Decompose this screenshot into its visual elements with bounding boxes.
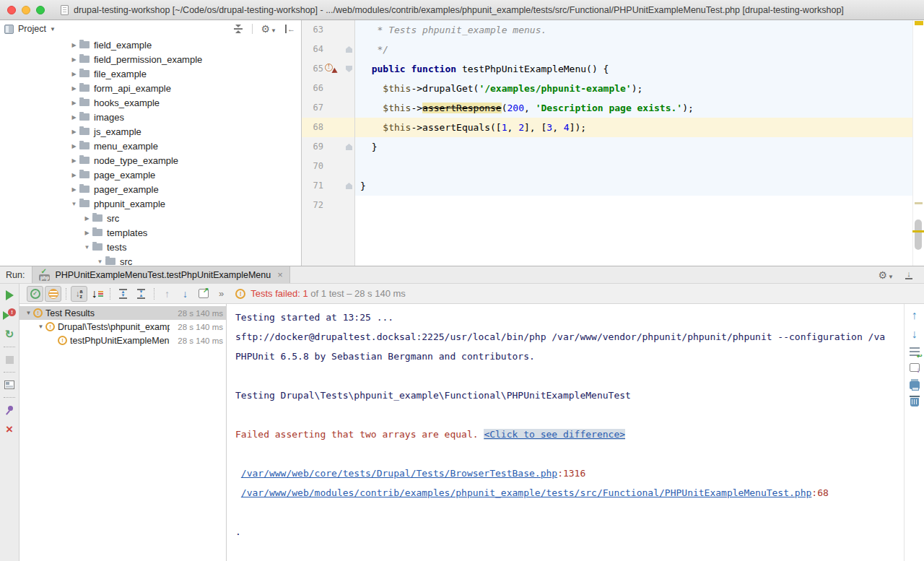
code-line[interactable]: 63 * Tests phpunit_example menus. xyxy=(302,20,924,40)
toggle-auto-test-button[interactable]: ↻ xyxy=(2,327,17,342)
code-line[interactable]: 69 } xyxy=(302,137,924,157)
chevron-collapsed-icon[interactable]: ▶ xyxy=(69,186,79,193)
chevron-collapsed-icon[interactable]: ▶ xyxy=(69,172,79,178)
code-text[interactable] xyxy=(355,196,924,215)
project-tree-item[interactable]: ▶hooks_example xyxy=(0,95,301,110)
project-tree-item[interactable]: ▶images xyxy=(0,110,301,124)
more-actions-chevron[interactable]: » xyxy=(219,288,224,299)
chevron-collapsed-icon[interactable]: ▶ xyxy=(69,85,79,92)
project-tree-item[interactable]: ▶node_type_example xyxy=(0,153,301,168)
project-tree-item[interactable]: ▼phpunit_example xyxy=(0,196,301,211)
dock-minimize-button[interactable]: ↓ xyxy=(905,270,912,279)
chevron-expanded-icon[interactable]: ▼ xyxy=(82,244,92,251)
code-text[interactable]: $this->assertResponse(200, 'Description … xyxy=(355,98,924,118)
sort-by-duration-toggle[interactable]: ↓ xyxy=(89,286,105,302)
code-line[interactable]: 72 xyxy=(302,196,924,215)
expand-all-button[interactable]: ▲▼ xyxy=(115,286,131,302)
project-tree-item[interactable]: ▼src xyxy=(0,254,301,266)
print-button[interactable] xyxy=(910,381,920,389)
fold-end-marker-icon[interactable] xyxy=(346,46,352,53)
chevron-expanded-icon[interactable]: ▼ xyxy=(36,323,45,330)
chevron-down-icon[interactable]: ▼ xyxy=(50,26,56,32)
rerun-failed-tests-button[interactable]: ! xyxy=(2,308,17,322)
next-occurrence-button[interactable]: ↓ xyxy=(177,286,193,302)
code-line[interactable]: 65! public function testPhpUnitExampleMe… xyxy=(302,59,924,79)
error-stripe-mark[interactable] xyxy=(915,21,923,25)
soft-wrap-toggle[interactable] xyxy=(910,347,920,356)
rerun-button[interactable] xyxy=(2,288,17,303)
console-link[interactable]: <Click to see difference> xyxy=(484,429,625,440)
chevron-collapsed-icon[interactable]: ▶ xyxy=(69,56,79,63)
restore-layout-button[interactable] xyxy=(2,378,17,392)
stop-button[interactable] xyxy=(2,352,17,367)
chevron-collapsed-icon[interactable]: ▶ xyxy=(69,129,79,135)
code-line[interactable]: 68 $this->assertEquals([1, 2], [3, 4]); xyxy=(302,118,924,137)
project-tree-item[interactable]: ▶menu_example xyxy=(0,139,301,153)
project-tree-item[interactable]: ▶js_example xyxy=(0,124,301,139)
error-stripe-mark[interactable] xyxy=(912,230,924,232)
window-zoom-button[interactable] xyxy=(36,6,45,14)
chevron-collapsed-icon[interactable]: ▶ xyxy=(69,114,79,121)
chevron-expanded-icon[interactable]: ▼ xyxy=(24,310,33,316)
chevron-collapsed-icon[interactable]: ▶ xyxy=(69,42,79,48)
pin-tab-button[interactable] xyxy=(2,403,17,417)
select-opened-file-button[interactable] xyxy=(233,24,243,34)
down-stack-trace-button[interactable]: ↓ xyxy=(912,329,918,340)
code-text[interactable]: } xyxy=(355,176,924,196)
code-text[interactable]: } xyxy=(355,137,924,157)
project-tree-item[interactable]: ▶src xyxy=(0,211,301,225)
chevron-collapsed-icon[interactable]: ▶ xyxy=(82,230,92,236)
project-tree-item[interactable]: ▶field_example xyxy=(0,38,301,52)
chevron-collapsed-icon[interactable]: ▶ xyxy=(82,215,92,222)
console-link[interactable]: /var/www/web/core/tests/Drupal/Tests/Bro… xyxy=(241,468,557,479)
chevron-collapsed-icon[interactable]: ▶ xyxy=(69,157,79,164)
show-passed-toggle[interactable]: ✓ xyxy=(27,286,43,302)
test-tree-row[interactable]: ▼!Test Results28 s 140 ms xyxy=(19,306,226,320)
fold-end-marker-icon[interactable] xyxy=(346,144,352,150)
scroll-to-end-button[interactable] xyxy=(910,363,920,372)
clear-all-button[interactable] xyxy=(910,398,919,406)
run-settings-gear-button[interactable]: ⚙▼ xyxy=(879,269,894,282)
code-line[interactable]: 67 $this->assertResponse(200, 'Descripti… xyxy=(302,98,924,118)
run-config-tab[interactable]: ✓php PHPUnitExampleMenuTest.testPhpUnitE… xyxy=(32,266,289,283)
chevron-collapsed-icon[interactable]: ▶ xyxy=(69,143,79,149)
fold-start-marker-icon[interactable] xyxy=(346,66,352,72)
code-line[interactable]: 64 */ xyxy=(302,40,924,59)
editor-scrollbar-thumb[interactable] xyxy=(915,219,922,250)
chevron-expanded-icon[interactable]: ▼ xyxy=(69,201,79,207)
project-tree-item[interactable]: ▶page_example xyxy=(0,168,301,182)
console-link[interactable]: /var/www/web/modules/contrib/examples/ph… xyxy=(241,487,812,498)
test-tree-row[interactable]: ▼!Drupal\Tests\phpunit_example\Functiona… xyxy=(19,320,226,334)
code-text[interactable]: public function testPhpUnitExampleMenu()… xyxy=(355,59,924,79)
code-line[interactable]: 70 xyxy=(302,157,924,176)
project-tree-item[interactable]: ▶form_api_example xyxy=(0,81,301,95)
window-close-button[interactable] xyxy=(7,6,16,14)
code-text[interactable]: $this->assertEquals([1, 2], [3, 4]); xyxy=(355,118,924,137)
code-text[interactable]: * Tests phpunit_example menus. xyxy=(355,20,924,40)
code-text[interactable]: */ xyxy=(355,40,924,59)
close-panel-button[interactable]: × xyxy=(2,422,17,437)
window-minimize-button[interactable] xyxy=(22,6,30,14)
chevron-collapsed-icon[interactable]: ▶ xyxy=(69,71,79,77)
settings-gear-button[interactable]: ⚙▼ xyxy=(261,24,276,35)
project-tree-item[interactable]: ▶pager_example xyxy=(0,182,301,196)
up-stack-trace-button[interactable]: ↑ xyxy=(912,310,918,321)
collapse-all-button[interactable]: ▼▲ xyxy=(133,286,149,302)
code-text[interactable] xyxy=(355,157,924,176)
code-editor[interactable]: 63 * Tests phpunit_example menus.64 */65… xyxy=(302,20,924,266)
project-view-selector[interactable]: Project xyxy=(18,24,46,34)
tab-close-icon[interactable]: × xyxy=(277,270,283,279)
hide-panel-button[interactable]: ← xyxy=(285,25,295,33)
project-tree-item[interactable]: ▼tests xyxy=(0,240,301,254)
previous-occurrence-button[interactable]: ↑ xyxy=(159,286,175,302)
project-tree-item[interactable]: ▶field_permission_example xyxy=(0,52,301,66)
project-tree-item[interactable]: ▶templates xyxy=(0,225,301,240)
failed-test-run-icon[interactable]: ! xyxy=(325,64,338,75)
test-tree-row[interactable]: !testPhpUnitExampleMenu28 s 140 ms xyxy=(19,334,226,347)
code-text[interactable]: $this->drupalGet('/examples/phpunit-exam… xyxy=(355,79,924,98)
show-ignored-toggle[interactable] xyxy=(45,286,61,302)
fold-end-marker-icon[interactable] xyxy=(346,183,352,189)
code-line[interactable]: 66 $this->drupalGet('/examples/phpunit-e… xyxy=(302,79,924,98)
sort-alphabetically-toggle[interactable]: ↓az xyxy=(71,286,87,302)
error-stripe-mark[interactable] xyxy=(915,202,923,204)
